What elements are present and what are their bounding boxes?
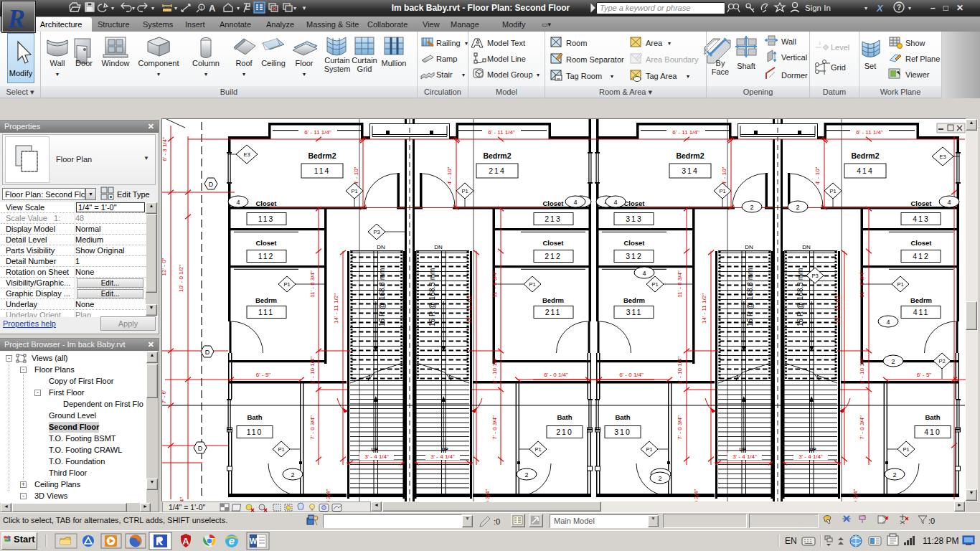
svg-text:System: System bbox=[324, 65, 351, 73]
svg-text:4: 4 bbox=[613, 199, 617, 206]
svg-text:DN: DN bbox=[434, 244, 443, 250]
svg-text:111: 111 bbox=[258, 308, 274, 316]
svg-text:2: 2 bbox=[796, 204, 799, 211]
svg-text:2: 2 bbox=[892, 471, 896, 479]
svg-text:Ref Plane: Ref Plane bbox=[905, 55, 940, 63]
svg-text:P1: P1 bbox=[351, 188, 357, 194]
svg-text:16 R @ 168.3 mm: 16 R @ 168.3 mm bbox=[428, 268, 436, 326]
svg-text:W: W bbox=[250, 537, 258, 545]
svg-text:4: 4 bbox=[573, 199, 577, 206]
svg-text:4: 4 bbox=[947, 199, 951, 206]
svg-text:▾: ▾ bbox=[204, 71, 207, 77]
svg-text:Dormer: Dormer bbox=[781, 71, 808, 80]
svg-text:▾: ▾ bbox=[303, 71, 306, 77]
svg-text:4: 4 bbox=[886, 319, 890, 326]
svg-text:▾: ▾ bbox=[56, 71, 59, 77]
svg-text:Model Text: Model Text bbox=[487, 39, 525, 47]
svg-text:Column: Column bbox=[192, 59, 220, 67]
svg-text:1: 1 bbox=[819, 41, 821, 45]
svg-text:7' - 0 3/4": 7' - 0 3/4" bbox=[309, 415, 316, 440]
svg-text:10' - 0 1/2": 10' - 0 1/2" bbox=[178, 265, 184, 292]
svg-text:DN: DN bbox=[745, 244, 753, 250]
svg-text:▾: ▾ bbox=[237, 5, 240, 11]
svg-text:112: 112 bbox=[258, 252, 275, 260]
svg-text:▾: ▾ bbox=[537, 72, 540, 78]
svg-text:▾: ▾ bbox=[611, 73, 613, 80]
svg-text:4' - 10": 4' - 10" bbox=[446, 166, 453, 184]
svg-text:Curtain: Curtain bbox=[352, 56, 377, 65]
svg-text:214: 214 bbox=[489, 166, 506, 175]
svg-text:6 3/4": 6 3/4" bbox=[484, 489, 491, 501]
svg-text:Bath: Bath bbox=[557, 413, 572, 421]
svg-text:Window: Window bbox=[101, 59, 129, 67]
svg-text:Closet: Closet bbox=[910, 239, 932, 247]
svg-text:Closet: Closet bbox=[542, 199, 564, 207]
svg-text:E3: E3 bbox=[939, 154, 946, 160]
svg-text:Area: Area bbox=[646, 39, 663, 47]
svg-text:2: 2 bbox=[658, 475, 661, 482]
svg-text:D: D bbox=[198, 445, 203, 452]
svg-text:3' - 4 1/4": 3' - 4 1/4" bbox=[732, 453, 757, 460]
svg-text:Roof: Roof bbox=[235, 59, 253, 67]
svg-text:▾: ▾ bbox=[174, 5, 177, 11]
svg-text:6' - 5": 6' - 5" bbox=[917, 372, 932, 378]
svg-text:UP: UP bbox=[739, 447, 746, 452]
svg-text:Stair: Stair bbox=[436, 70, 453, 79]
svg-text:Railing: Railing bbox=[436, 39, 461, 47]
svg-text:1' - 10 1/4": 1' - 10 1/4" bbox=[859, 357, 865, 384]
svg-text:P1: P1 bbox=[529, 281, 535, 288]
svg-text:P1: P1 bbox=[534, 446, 541, 453]
svg-text::0: :0 bbox=[494, 517, 500, 526]
svg-text:Room Separator: Room Separator bbox=[566, 55, 624, 64]
svg-text:6' - 0 1/4": 6' - 0 1/4" bbox=[619, 372, 644, 378]
svg-text:P1: P1 bbox=[461, 188, 468, 194]
svg-text:4' - 10": 4' - 10" bbox=[814, 166, 821, 184]
svg-text:Closet: Closet bbox=[542, 239, 564, 247]
svg-text:212: 212 bbox=[545, 252, 562, 260]
svg-text:2: 2 bbox=[891, 358, 895, 365]
svg-text:4' - 10": 4' - 10" bbox=[721, 166, 727, 184]
svg-text:▾: ▾ bbox=[151, 5, 154, 11]
svg-text:413: 413 bbox=[913, 215, 930, 223]
svg-text:By: By bbox=[716, 59, 725, 67]
svg-text:Level: Level bbox=[831, 43, 849, 52]
svg-text:Vertical: Vertical bbox=[781, 53, 807, 62]
svg-text:313: 313 bbox=[626, 215, 643, 223]
svg-text:14' - 11 1/2": 14' - 11 1/2" bbox=[333, 293, 339, 324]
svg-text:Bath: Bath bbox=[925, 413, 940, 421]
svg-text:Bath: Bath bbox=[615, 413, 630, 421]
svg-text:4: 4 bbox=[642, 270, 646, 277]
svg-text:Ceiling: Ceiling bbox=[261, 59, 286, 67]
svg-text:D: D bbox=[209, 181, 214, 188]
svg-text:11' - 6 3/4": 11' - 6 3/4" bbox=[859, 270, 865, 298]
svg-text:Closet: Closet bbox=[910, 199, 932, 207]
svg-text:UP: UP bbox=[809, 447, 816, 452]
svg-text:Tag Room: Tag Room bbox=[566, 72, 602, 80]
svg-text:P3: P3 bbox=[373, 229, 380, 235]
svg-text:P2: P2 bbox=[938, 358, 945, 364]
svg-text:▾: ▾ bbox=[132, 5, 135, 11]
svg-text:P1: P1 bbox=[903, 446, 909, 453]
svg-text:1' - 10 1/4": 1' - 10 1/4" bbox=[677, 357, 683, 384]
svg-text:Wall: Wall bbox=[781, 37, 796, 46]
svg-text:213: 213 bbox=[545, 215, 562, 223]
svg-text:▾: ▾ bbox=[864, 5, 867, 11]
svg-text:16 R @ 168.3 mm: 16 R @ 168.3 mm bbox=[378, 268, 386, 326]
svg-text:Bedrm2: Bedrm2 bbox=[483, 151, 511, 160]
svg-text:P1: P1 bbox=[278, 446, 284, 453]
svg-text:Closet: Closet bbox=[623, 199, 645, 207]
svg-text:7' - 0 3/4": 7' - 0 3/4" bbox=[677, 415, 683, 440]
svg-text:Bedrm: Bedrm bbox=[910, 296, 932, 304]
svg-text:11' - 6 3/4": 11' - 6 3/4" bbox=[677, 270, 683, 298]
svg-text:16 R @ 168.3 mm: 16 R @ 168.3 mm bbox=[746, 268, 754, 326]
svg-text:Closet: Closet bbox=[255, 239, 277, 247]
svg-text:Room: Room bbox=[566, 39, 587, 47]
svg-text:Model Line: Model Line bbox=[487, 55, 526, 63]
svg-text:4' - 10": 4' - 10" bbox=[353, 166, 359, 184]
svg-text:Bath: Bath bbox=[247, 413, 262, 421]
svg-text:2: 2 bbox=[291, 471, 294, 479]
svg-text:▾: ▾ bbox=[242, 71, 245, 77]
svg-text:Grid: Grid bbox=[357, 65, 372, 73]
svg-text:7' - 0 3/4": 7' - 0 3/4" bbox=[859, 415, 865, 440]
svg-text:6 3/4": 6 3/4" bbox=[693, 489, 699, 501]
